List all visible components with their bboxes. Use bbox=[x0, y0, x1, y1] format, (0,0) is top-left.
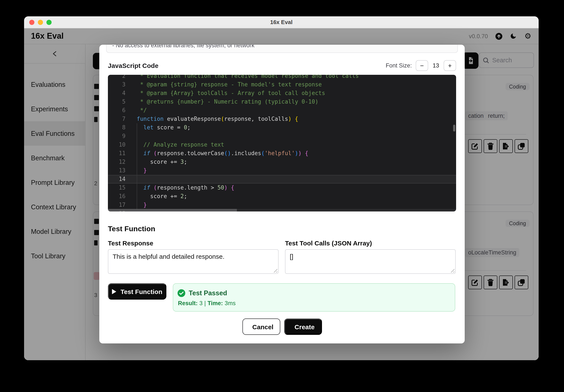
code-line-17: 17 } bbox=[108, 201, 456, 209]
code-line-2: 2 * Evaluation function that receives mo… bbox=[108, 75, 456, 80]
eval-function-dialog: - No access to external libraries, file … bbox=[99, 45, 465, 343]
run-test-function-button[interactable]: Test Function bbox=[108, 283, 166, 300]
code-line-6: 6 */ bbox=[108, 106, 456, 115]
font-size-value: 13 bbox=[432, 62, 440, 69]
code-line-15: 15 if (response.length > 50) { bbox=[108, 183, 456, 192]
font-size-increase-button[interactable]: + bbox=[444, 60, 456, 71]
indent-guide bbox=[137, 123, 137, 209]
test-tool-calls-label: Test Tool Calls (JSON Array) bbox=[285, 239, 372, 247]
test-tool-calls-input[interactable]: [] bbox=[285, 249, 456, 274]
window-title: 16x Eval bbox=[270, 19, 293, 25]
font-size-decrease-button[interactable]: − bbox=[416, 60, 428, 71]
code-line-3: 3 * @param {string} response - The model… bbox=[108, 80, 456, 89]
create-label: Create bbox=[295, 323, 314, 330]
check-circle-icon bbox=[178, 289, 185, 297]
close-window-button[interactable] bbox=[29, 20, 34, 25]
code-line-13: 13 } bbox=[108, 166, 456, 175]
desktop-background: 16x Eval 16x Eval v0.0.70 ⚙ bbox=[0, 0, 564, 392]
create-button[interactable]: Create bbox=[284, 319, 322, 335]
editor-horizontal-scrollbar[interactable] bbox=[108, 209, 456, 211]
code-line-7: 7function evaluateResponse(response, too… bbox=[108, 115, 456, 123]
code-line-10: 10 // Analyze response text bbox=[108, 140, 456, 149]
code-lines: 2 * Evaluation function that receives mo… bbox=[108, 75, 456, 211]
minimize-window-button[interactable] bbox=[38, 20, 43, 25]
test-response-label: Test Response bbox=[108, 239, 153, 247]
run-test-function-label: Test Function bbox=[121, 288, 162, 295]
macos-titlebar: 16x Eval bbox=[24, 16, 539, 28]
play-icon bbox=[112, 289, 117, 294]
code-line-9: 9 bbox=[108, 132, 456, 140]
javascript-code-label: JavaScript Code bbox=[108, 62, 158, 69]
zoom-window-button[interactable] bbox=[46, 20, 52, 25]
app-content: 16x Eval v0.0.70 ⚙ bbox=[24, 28, 539, 360]
sandbox-info-box: - No access to external libraries, file … bbox=[106, 45, 458, 53]
test-status: Test Passed bbox=[189, 289, 227, 297]
cancel-label: Cancel bbox=[252, 323, 273, 330]
code-line-4: 4 * @param {Array} toolCalls - Array of … bbox=[108, 89, 456, 98]
test-result-detail: Result:3|Time:3ms bbox=[178, 300, 237, 307]
editor-vertical-scrollbar[interactable] bbox=[453, 125, 455, 132]
test-result-box: Test Passed Result:3|Time:3ms bbox=[173, 283, 455, 312]
code-line-11: 11 if (response.toLowerCase().includes('… bbox=[108, 149, 456, 158]
code-line-12: 12 score += 3; bbox=[108, 158, 456, 166]
sandbox-info-note: - No access to external libraries, file … bbox=[107, 45, 457, 50]
code-line-14: 14 bbox=[108, 175, 456, 183]
app-window: 16x Eval 16x Eval v0.0.70 ⚙ bbox=[24, 16, 539, 360]
code-editor[interactable]: 2 * Evaluation function that receives mo… bbox=[108, 75, 456, 211]
test-response-input[interactable]: This is a helpful and detailed response. bbox=[108, 249, 279, 274]
font-size-label: Font Size: bbox=[386, 62, 412, 69]
test-function-heading: Test Function bbox=[108, 225, 155, 233]
cancel-button[interactable]: Cancel bbox=[242, 319, 280, 335]
code-line-8: 8 let score = 0; bbox=[108, 123, 456, 132]
code-line-16: 16 score += 2; bbox=[108, 192, 456, 201]
code-line-5: 5 * @returns {number} - Numeric rating (… bbox=[108, 98, 456, 106]
